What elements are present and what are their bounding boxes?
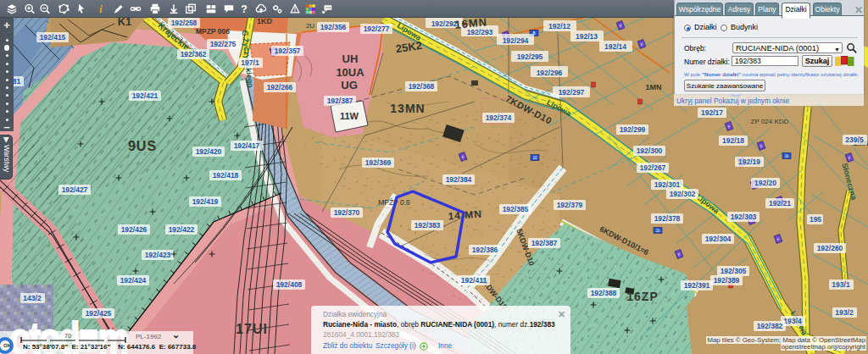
svg-text:192/300: 192/300 bbox=[637, 147, 663, 155]
svg-text:13MN: 13MN bbox=[390, 102, 425, 115]
svg-text:192/385: 192/385 bbox=[503, 205, 529, 213]
svg-text:192/374: 192/374 bbox=[486, 113, 512, 122]
svg-text:192/382: 192/382 bbox=[757, 322, 783, 330]
svg-text:192/275: 192/275 bbox=[210, 40, 236, 48]
svg-text:192/357: 192/357 bbox=[275, 47, 301, 55]
svg-text:192/267: 192/267 bbox=[640, 163, 666, 172]
svg-text:192/20: 192/20 bbox=[754, 179, 776, 187]
svg-text:i: i bbox=[99, 3, 103, 15]
svg-text:195: 195 bbox=[810, 215, 821, 224]
svg-text:192/417: 192/417 bbox=[234, 141, 260, 150]
svg-text:10: 10 bbox=[532, 156, 537, 160]
svg-text:192/408: 192/408 bbox=[276, 280, 303, 289]
svg-text:192/389: 192/389 bbox=[714, 276, 740, 285]
svg-text:192/419: 192/419 bbox=[192, 197, 219, 206]
svg-text:2U: 2U bbox=[306, 22, 314, 30]
svg-text:192/426: 192/426 bbox=[121, 225, 147, 234]
svg-text:1b: 1b bbox=[655, 229, 660, 233]
svg-text:14 MN: 14 MN bbox=[448, 208, 482, 223]
svg-text:192/411: 192/411 bbox=[461, 276, 487, 285]
svg-text:192/415: 192/415 bbox=[40, 33, 66, 41]
svg-text:192/294: 192/294 bbox=[503, 36, 529, 45]
svg-text:1MN: 1MN bbox=[645, 83, 661, 91]
svg-text:192/304: 192/304 bbox=[705, 235, 732, 243]
svg-text:192/379: 192/379 bbox=[557, 201, 583, 209]
svg-text:192/305: 192/305 bbox=[721, 267, 747, 275]
svg-text:192/421: 192/421 bbox=[132, 91, 159, 100]
svg-text:192/418: 192/418 bbox=[213, 171, 239, 180]
svg-text:192/17: 192/17 bbox=[701, 108, 723, 117]
svg-text:192/369: 192/369 bbox=[365, 158, 392, 167]
svg-text:192/386: 192/386 bbox=[472, 246, 498, 254]
svg-text:UG: UG bbox=[341, 79, 358, 91]
svg-text:192/297: 192/297 bbox=[559, 88, 585, 97]
svg-text:143/2: 143/2 bbox=[23, 294, 42, 302]
svg-text:197/1: 197/1 bbox=[241, 58, 259, 67]
svg-text:193/1: 193/1 bbox=[832, 280, 850, 289]
svg-text:17UI: 17UI bbox=[236, 322, 268, 336]
svg-text:192/301: 192/301 bbox=[654, 180, 681, 189]
svg-text:192/422: 192/422 bbox=[169, 225, 195, 234]
svg-text:192/427: 192/427 bbox=[62, 185, 88, 194]
svg-text:192/370: 192/370 bbox=[334, 208, 360, 217]
svg-text:192/383: 192/383 bbox=[415, 221, 441, 230]
svg-text:11W: 11W bbox=[340, 111, 359, 121]
svg-text:193/2: 193/2 bbox=[835, 308, 854, 317]
svg-text:ZP 024 KDD: ZP 024 KDD bbox=[751, 118, 789, 125]
svg-text:192/18: 192/18 bbox=[722, 136, 744, 145]
svg-text:16ZP: 16ZP bbox=[626, 290, 658, 303]
svg-text:192/423: 192/423 bbox=[145, 251, 171, 259]
svg-text:192/384: 192/384 bbox=[446, 175, 472, 184]
svg-text:1KD: 1KD bbox=[257, 17, 273, 25]
svg-text:192/21: 192/21 bbox=[769, 199, 791, 207]
svg-text:192/260: 192/260 bbox=[817, 244, 843, 252]
svg-text:10UA: 10UA bbox=[336, 66, 364, 79]
svg-text:192/277: 192/277 bbox=[364, 25, 390, 33]
svg-text:192/356: 192/356 bbox=[320, 23, 347, 31]
svg-text:1b: 1b bbox=[784, 154, 789, 158]
svg-text:192/19: 192/19 bbox=[738, 158, 760, 166]
svg-text:?: ? bbox=[241, 3, 247, 15]
svg-text:192/388: 192/388 bbox=[591, 289, 617, 297]
svg-text:192/299: 192/299 bbox=[620, 125, 646, 134]
svg-text:192/13: 192/13 bbox=[576, 32, 598, 41]
svg-text:193/4: 193/4 bbox=[783, 317, 802, 325]
svg-text:192/14: 192/14 bbox=[604, 42, 626, 51]
svg-text:UH: UH bbox=[342, 53, 359, 65]
svg-text:192/368: 192/368 bbox=[409, 82, 435, 91]
svg-text:192/12: 192/12 bbox=[548, 22, 570, 30]
svg-text:192/424: 192/424 bbox=[120, 276, 147, 285]
svg-text:192/387: 192/387 bbox=[531, 239, 558, 247]
svg-text:192/420: 192/420 bbox=[196, 147, 222, 156]
svg-text:192/302: 192/302 bbox=[670, 190, 696, 198]
svg-text:192/362: 192/362 bbox=[181, 50, 207, 58]
svg-text:192/378: 192/378 bbox=[654, 214, 681, 223]
svg-text:192/266: 192/266 bbox=[267, 83, 293, 91]
svg-text:192/387: 192/387 bbox=[327, 97, 353, 105]
svg-text:192/303: 192/303 bbox=[731, 213, 757, 221]
svg-text:239/5: 239/5 bbox=[845, 136, 864, 144]
svg-text:MPZP 006: MPZP 006 bbox=[196, 27, 230, 36]
svg-text:192/258: 192/258 bbox=[171, 19, 198, 27]
svg-text:192/296: 192/296 bbox=[537, 69, 563, 77]
svg-text:9US: 9US bbox=[128, 139, 157, 153]
svg-text:192/391: 192/391 bbox=[684, 281, 710, 290]
svg-text:192/295: 192/295 bbox=[517, 53, 543, 61]
